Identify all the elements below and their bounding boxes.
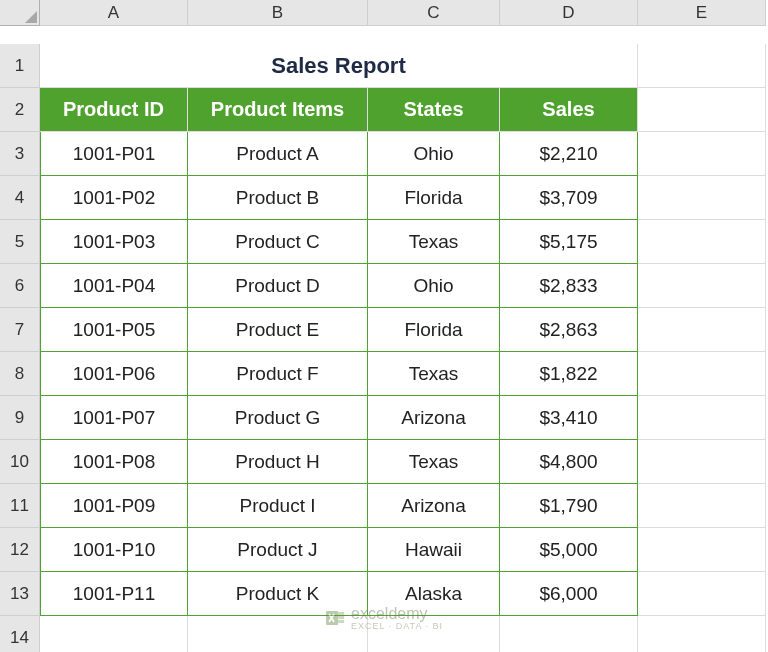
cell-product-item[interactable]: Product J: [188, 528, 368, 572]
row-header-12[interactable]: 12: [0, 528, 40, 572]
cell-E11[interactable]: [638, 484, 766, 528]
col-header-C[interactable]: C: [368, 0, 500, 26]
cell-state[interactable]: Florida: [368, 176, 500, 220]
cell-state[interactable]: Alaska: [368, 572, 500, 616]
cell-E1[interactable]: [638, 44, 766, 88]
cell-sales[interactable]: $3,410: [500, 396, 638, 440]
header-states[interactable]: States: [368, 88, 500, 132]
cell-product-id[interactable]: 1001-P04: [40, 264, 188, 308]
cell-product-id[interactable]: 1001-P03: [40, 220, 188, 264]
row-header-10[interactable]: 10: [0, 440, 40, 484]
cell-product-id[interactable]: 1001-P05: [40, 308, 188, 352]
cell-E13[interactable]: [638, 572, 766, 616]
header-product-items[interactable]: Product Items: [188, 88, 368, 132]
cell-state[interactable]: Arizona: [368, 396, 500, 440]
header-product-id[interactable]: Product ID: [40, 88, 188, 132]
cell-product-item[interactable]: Product D: [188, 264, 368, 308]
row-header-4[interactable]: 4: [0, 176, 40, 220]
cell-sales[interactable]: $3,709: [500, 176, 638, 220]
cell-state[interactable]: Ohio: [368, 264, 500, 308]
cell-sales[interactable]: $1,822: [500, 352, 638, 396]
cell-sales[interactable]: $1,790: [500, 484, 638, 528]
row-header-8[interactable]: 8: [0, 352, 40, 396]
cell-sales[interactable]: $2,863: [500, 308, 638, 352]
cell-sales[interactable]: $5,000: [500, 528, 638, 572]
cell-product-item[interactable]: Product I: [188, 484, 368, 528]
cell-C14[interactable]: [368, 616, 500, 652]
cell-product-id[interactable]: 1001-P06: [40, 352, 188, 396]
cell-product-item[interactable]: Product A: [188, 132, 368, 176]
select-all-corner[interactable]: [0, 0, 40, 26]
cell-state[interactable]: Arizona: [368, 484, 500, 528]
cell-product-item[interactable]: Product G: [188, 396, 368, 440]
row-header-9[interactable]: 9: [0, 396, 40, 440]
cell-state[interactable]: Texas: [368, 220, 500, 264]
row-header-5[interactable]: 5: [0, 220, 40, 264]
row-header-1[interactable]: 1: [0, 44, 40, 88]
cell-product-item[interactable]: Product K: [188, 572, 368, 616]
cell-sales[interactable]: $5,175: [500, 220, 638, 264]
cell-E14[interactable]: [638, 616, 766, 652]
cell-E2[interactable]: [638, 88, 766, 132]
row-header-3[interactable]: 3: [0, 132, 40, 176]
row-header-14[interactable]: 14: [0, 616, 40, 652]
cell-product-item[interactable]: Product C: [188, 220, 368, 264]
cell-product-item[interactable]: Product E: [188, 308, 368, 352]
cell-product-id[interactable]: 1001-P01: [40, 132, 188, 176]
col-header-B[interactable]: B: [188, 0, 368, 26]
cell-E9[interactable]: [638, 396, 766, 440]
title-cell[interactable]: Sales Report: [40, 44, 638, 88]
col-header-E[interactable]: E: [638, 0, 766, 26]
cell-state[interactable]: Texas: [368, 440, 500, 484]
row-header-6[interactable]: 6: [0, 264, 40, 308]
cell-E6[interactable]: [638, 264, 766, 308]
row-header-11[interactable]: 11: [0, 484, 40, 528]
col-header-D[interactable]: D: [500, 0, 638, 26]
cell-E3[interactable]: [638, 132, 766, 176]
cell-product-item[interactable]: Product H: [188, 440, 368, 484]
cell-product-id[interactable]: 1001-P08: [40, 440, 188, 484]
cell-product-id[interactable]: 1001-P11: [40, 572, 188, 616]
cell-product-item[interactable]: Product F: [188, 352, 368, 396]
cell-product-id[interactable]: 1001-P09: [40, 484, 188, 528]
cell-A14[interactable]: [40, 616, 188, 652]
cell-sales[interactable]: $2,210: [500, 132, 638, 176]
cell-E12[interactable]: [638, 528, 766, 572]
cell-state[interactable]: Ohio: [368, 132, 500, 176]
cell-E10[interactable]: [638, 440, 766, 484]
cell-sales[interactable]: $2,833: [500, 264, 638, 308]
cell-state[interactable]: Texas: [368, 352, 500, 396]
cell-state[interactable]: Hawaii: [368, 528, 500, 572]
cell-product-id[interactable]: 1001-P07: [40, 396, 188, 440]
row-header-13[interactable]: 13: [0, 572, 40, 616]
cell-D14[interactable]: [500, 616, 638, 652]
row-header-2[interactable]: 2: [0, 88, 40, 132]
spreadsheet-grid[interactable]: A B C D E 1 Sales Report 2 Product ID Pr…: [0, 0, 768, 652]
cell-sales[interactable]: $6,000: [500, 572, 638, 616]
cell-E5[interactable]: [638, 220, 766, 264]
cell-B14[interactable]: [188, 616, 368, 652]
col-header-A[interactable]: A: [40, 0, 188, 26]
cell-product-id[interactable]: 1001-P10: [40, 528, 188, 572]
cell-E8[interactable]: [638, 352, 766, 396]
cell-product-item[interactable]: Product B: [188, 176, 368, 220]
cell-sales[interactable]: $4,800: [500, 440, 638, 484]
cell-product-id[interactable]: 1001-P02: [40, 176, 188, 220]
cell-state[interactable]: Florida: [368, 308, 500, 352]
header-sales[interactable]: Sales: [500, 88, 638, 132]
cell-E4[interactable]: [638, 176, 766, 220]
cell-E7[interactable]: [638, 308, 766, 352]
row-header-7[interactable]: 7: [0, 308, 40, 352]
